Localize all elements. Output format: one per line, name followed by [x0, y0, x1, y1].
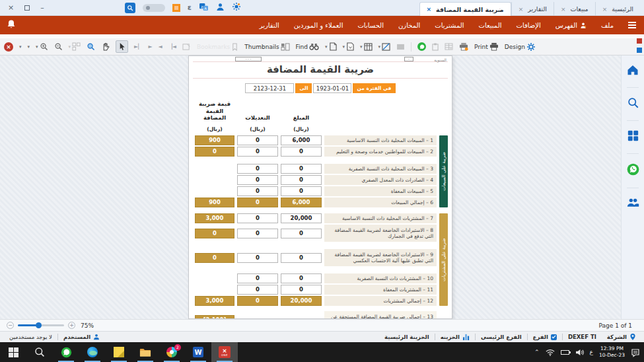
user-status[interactable]: المستخدم	[58, 334, 105, 340]
period-to-badge: الى	[295, 83, 312, 93]
find-button[interactable]: Find	[296, 43, 319, 50]
menu-purchases[interactable]: المشتريات	[435, 22, 464, 29]
export-data-dropdown[interactable]: ▾	[360, 43, 373, 51]
notifications-bell-icon[interactable]	[7, 19, 16, 32]
settings-gear-icon[interactable]	[232, 1, 241, 14]
notification-badge: 2	[174, 344, 181, 351]
window-close-button[interactable]: ×	[8, 3, 14, 12]
column-headers: المبلغ(ريال) التعديلات(ريال) قيمة ضريبةا…	[193, 100, 448, 132]
window-restore-button[interactable]	[24, 5, 30, 11]
menu-reports[interactable]: التقارير	[260, 22, 279, 29]
close-report-icon[interactable]: ×	[4, 42, 13, 52]
design-gear-icon	[526, 42, 536, 52]
taskbar-edge-icon[interactable]	[79, 342, 106, 362]
blue-dock-icon[interactable]	[637, 48, 642, 53]
export-document-dropdown[interactable]: ▾	[343, 42, 355, 51]
taskbar-clock[interactable]: 12:39 PM 10-Dec-23	[599, 345, 625, 359]
row-label: 7 – المشتريات المحلية ذات النسبة الاساسي…	[324, 213, 437, 223]
tab-reports[interactable]: التقارير ×	[511, 2, 554, 16]
orange-square-icon[interactable]	[172, 4, 180, 12]
zoom-slider-thumb[interactable]	[36, 322, 42, 328]
whatsapp-sidebar-icon[interactable]	[627, 163, 639, 178]
thumbnails-button[interactable]: Thumbnails	[244, 43, 289, 51]
currency-icon[interactable]: ε	[188, 3, 192, 12]
search-sidebar-icon[interactable]	[627, 97, 639, 111]
zoom-in-icon[interactable]: ▾	[36, 42, 48, 51]
tab-vat-active[interactable]: ضريبة القيمة المضافة ×	[419, 2, 511, 16]
taskbar-sticky-notes-icon[interactable]	[106, 342, 132, 362]
start-button[interactable]	[0, 342, 26, 362]
menu-warehouses[interactable]: المخازن	[398, 22, 420, 29]
close-tab-icon[interactable]: ×	[602, 6, 608, 13]
battery-icon[interactable]	[561, 350, 569, 355]
thumbnails-icon	[281, 43, 290, 51]
menu-accounts[interactable]: الحسابات	[357, 22, 384, 29]
print-button[interactable]: Print	[474, 42, 499, 51]
taskbar-dexef-one-icon[interactable]: ×ONE	[211, 342, 238, 362]
menu-addons[interactable]: الإضافات	[516, 22, 540, 29]
tab-home[interactable]: الرئيسية ×	[595, 2, 640, 16]
select-tool-icon[interactable]	[116, 40, 128, 53]
export-image-dropdown[interactable]: ▾	[378, 43, 391, 51]
users-group-icon[interactable]	[627, 198, 639, 210]
zoom-slider[interactable]	[18, 324, 64, 326]
menu-index[interactable]: الفهرس	[555, 22, 587, 29]
taskbar-search-icon[interactable]	[26, 342, 53, 362]
tab-sales[interactable]: مبيعات ×	[554, 2, 595, 16]
checkbox-icon	[551, 334, 557, 340]
window-minimize-button[interactable]: –	[40, 3, 44, 12]
whatsapp-send-icon[interactable]	[417, 42, 426, 51]
close-tab-icon[interactable]: ×	[427, 6, 432, 13]
quick-print-icon[interactable]	[459, 42, 468, 51]
corner-note: السنوية	[434, 57, 447, 62]
home-icon[interactable]	[627, 65, 639, 78]
hamburger-menu-icon[interactable]	[628, 22, 636, 28]
branch-selector[interactable]: الفرع	[528, 334, 562, 340]
taskbar-word-icon[interactable]: W	[185, 342, 211, 362]
apps-grid-icon[interactable]	[627, 130, 639, 144]
hand-tool-icon[interactable]	[101, 42, 110, 51]
users-count-status: لا يوجد مستخدمين	[4, 334, 57, 340]
clipboard-icon	[432, 43, 439, 51]
amount-cell: 0	[281, 147, 322, 157]
row-label: 1 – المبيعات المحلية ذات النسبة الاساسية	[324, 135, 437, 145]
zoom-in-button[interactable]: +	[68, 322, 75, 329]
tray-expand-icon[interactable]: ⌃	[534, 349, 540, 355]
volume-icon[interactable]	[575, 346, 584, 359]
taskbar-file-explorer-icon[interactable]	[132, 342, 159, 362]
menu-customers-suppliers[interactable]: العملاء و الموردين	[294, 22, 343, 29]
report-viewer-canvas: السنوية - - - - ضريبة القيمة المضافة في …	[0, 55, 644, 319]
red-dock-icon[interactable]	[637, 38, 642, 44]
purchases-section: ضريبة على المشتريات 7 – المشتريات المحلي…	[193, 213, 448, 306]
page-mode-dropdown[interactable]: ▾	[28, 44, 30, 50]
wifi-icon[interactable]	[546, 346, 555, 359]
user-icon	[93, 334, 100, 340]
adjustments-cell: 0	[237, 273, 278, 283]
page-top-strip: السنوية - - - -	[193, 56, 448, 62]
zoom-out-icon[interactable]	[54, 42, 63, 51]
language-indicator[interactable]: ع	[590, 349, 593, 355]
search-icon[interactable]	[125, 3, 135, 13]
menu-file[interactable]: ملف	[601, 22, 614, 29]
company-selector[interactable]: الشركة	[602, 333, 641, 341]
company-name: DEXEF TI	[563, 334, 602, 340]
tab-strip: الرئيسية × مبيعات × التقارير × ضريبة الق…	[419, 0, 644, 16]
table-row: 3 – المبيعات المحلية ذات النسبة الصفرية …	[193, 164, 437, 174]
adjustments-header: التعديلات(ريال)	[237, 114, 278, 132]
action-center-icon[interactable]	[631, 347, 640, 357]
zoom-tool-icon[interactable]	[87, 42, 95, 51]
taskbar-chat-app-icon[interactable]: 2	[159, 342, 185, 362]
view-mode-dropdown[interactable]: ▾	[19, 44, 22, 50]
close-tab-icon[interactable]: ×	[519, 6, 524, 13]
menu-sales[interactable]: المبيعات	[479, 22, 502, 29]
user-icon[interactable]	[216, 1, 225, 14]
row-label: 4 – الصادرات ذات المعدل الصفري	[324, 175, 437, 185]
translate-icon[interactable]: عA	[199, 1, 209, 14]
toggle-switch[interactable]	[143, 4, 165, 12]
zoom-out-button[interactable]: −	[7, 322, 14, 329]
taskbar-whatsapp-icon[interactable]	[53, 342, 79, 362]
save-report-dropdown[interactable]: ▾	[325, 42, 337, 51]
close-tab-icon[interactable]: ×	[561, 6, 566, 13]
design-button[interactable]: Design	[505, 42, 536, 52]
treasury-selector[interactable]: الخزينه	[435, 334, 475, 340]
